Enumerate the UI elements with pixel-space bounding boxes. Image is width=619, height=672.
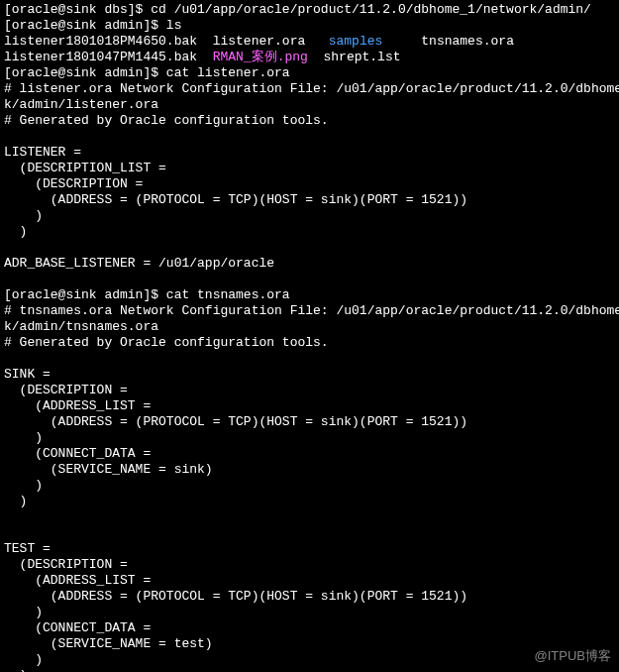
command-text: cd /u01/app/oracle/product/11.2.0/dbhome…: [151, 2, 591, 17]
file-content-line: (ADDRESS_LIST =: [4, 398, 615, 414]
file-content-line: (ADDRESS = (PROTOCOL = TCP)(HOST = sink)…: [4, 192, 615, 208]
watermark-text: @ITPUB博客: [535, 648, 611, 664]
file-name: listener.ora: [213, 34, 306, 49]
file-content-line: (DESCRIPTION =: [4, 176, 615, 192]
file-content-line: # tnsnames.ora Network Configuration Fil…: [4, 303, 615, 319]
file-content-line: LISTENER =: [4, 145, 615, 161]
command-text: cat listener.ora: [166, 65, 290, 80]
file-content-line: (SERVICE_NAME = sink): [4, 462, 615, 478]
spacer: [382, 34, 421, 49]
file-name: listener1801047PM1445.bak: [4, 50, 197, 64]
file-name: shrept.lst: [323, 50, 400, 64]
prompt-line: [oracle@sink dbs]$ cd /u01/app/oracle/pr…: [4, 2, 615, 18]
prompt-text: [oracle@sink dbs]$: [4, 2, 151, 17]
command-text: ls: [166, 18, 182, 33]
ls-row-1: listener1801018PM4650.bak listener.ora s…: [4, 34, 615, 50]
file-content-line: ): [4, 605, 615, 620]
file-content-line: ): [4, 668, 615, 672]
file-content-line: k/admin/listener.ora: [4, 97, 615, 113]
file-content-line: [4, 272, 615, 287]
file-content-line: # Generated by Oracle configuration tool…: [4, 335, 615, 351]
file-content-line: (DESCRIPTION =: [4, 383, 615, 398]
file-content-line: [4, 509, 615, 525]
terminal-output: [oracle@sink dbs]$ cd /u01/app/oracle/pr…: [4, 2, 615, 672]
file-content-line: [4, 351, 615, 367]
file-content-line: (ADDRESS_LIST =: [4, 573, 615, 589]
spacer: [197, 50, 213, 64]
file-content-line: TEST =: [4, 541, 615, 557]
file-name: tnsnames.ora: [421, 34, 514, 49]
prompt-text: [oracle@sink admin]$: [4, 18, 166, 33]
ls-row-2: listener1801047PM1445.bak RMAN_案例.png sh…: [4, 50, 615, 65]
prompt-text: [oracle@sink admin]$: [4, 287, 166, 302]
file-content-line: ): [4, 430, 615, 446]
file-content-line: k/admin/tnsnames.ora: [4, 319, 615, 335]
file-content-line: [4, 240, 615, 256]
file-content-line: SINK =: [4, 367, 615, 383]
file-content-line: (ADDRESS = (PROTOCOL = TCP)(HOST = sink)…: [4, 589, 615, 605]
file-content-line: ): [4, 224, 615, 240]
spacer: [305, 34, 328, 49]
command-text: cat tnsnames.ora: [166, 287, 290, 302]
prompt-line: [oracle@sink admin]$ cat tnsnames.ora: [4, 287, 615, 303]
file-content-line: ): [4, 208, 615, 224]
file-content-line: # Generated by Oracle configuration tool…: [4, 113, 615, 129]
prompt-text: [oracle@sink admin]$: [4, 65, 166, 80]
file-content-line: ): [4, 652, 615, 668]
file-content-line: (DESCRIPTION_LIST =: [4, 161, 615, 176]
file-content-line: ): [4, 478, 615, 494]
file-content-line: (DESCRIPTION =: [4, 557, 615, 573]
prompt-line: [oracle@sink admin]$ ls: [4, 18, 615, 34]
spacer: [197, 34, 213, 49]
spacer: [308, 50, 324, 64]
file-content-line: (CONNECT_DATA =: [4, 446, 615, 462]
file-content-line: [4, 525, 615, 541]
file-content-line: ): [4, 494, 615, 509]
image-file-name: RMAN_案例.png: [213, 50, 308, 64]
file-content-line: (SERVICE_NAME = test): [4, 636, 615, 652]
file-content-line: (CONNECT_DATA =: [4, 620, 615, 636]
directory-name: samples: [329, 34, 383, 49]
file-content-line: (ADDRESS = (PROTOCOL = TCP)(HOST = sink)…: [4, 414, 615, 430]
file-content-line: # listener.ora Network Configuration Fil…: [4, 81, 615, 97]
prompt-line: [oracle@sink admin]$ cat listener.ora: [4, 65, 615, 81]
file-content-line: [4, 129, 615, 145]
file-content-line: ADR_BASE_LISTENER = /u01/app/oracle: [4, 256, 615, 272]
file-name: listener1801018PM4650.bak: [4, 34, 197, 49]
